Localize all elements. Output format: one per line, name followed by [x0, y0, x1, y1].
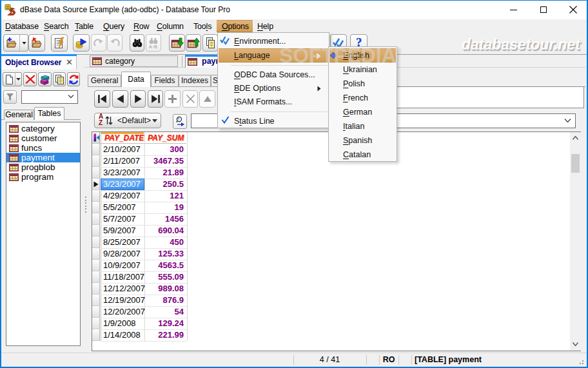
svg-text:›B: ›B	[153, 44, 157, 48]
svg-text:A: A	[149, 44, 152, 48]
